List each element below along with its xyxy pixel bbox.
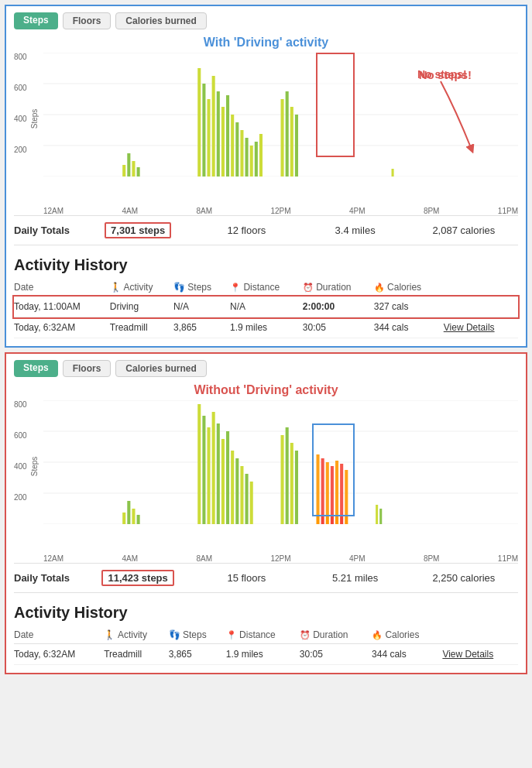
daily-totals-1: Daily Totals 7,301 steps 12 floors 3.4 m… — [14, 215, 518, 245]
chart-title-2: Without 'Driving' activity — [14, 383, 518, 397]
dist-icon-2 — [226, 629, 237, 640]
fire-icon-2 — [372, 629, 383, 640]
walk-icon-2 — [104, 629, 115, 640]
svg-rect-35 — [127, 501, 130, 524]
steps-total-2: 11,423 steps — [84, 570, 192, 586]
th-distance-1: Distance — [230, 279, 303, 297]
svg-rect-62 — [379, 509, 382, 524]
th-date-2: Date — [14, 626, 104, 644]
svg-rect-46 — [235, 458, 239, 524]
tab-bar-2: Steps Floors Calories burned — [14, 360, 518, 377]
th-activity-1: Activity — [110, 279, 173, 297]
th-calories-2: Calories — [372, 626, 442, 644]
svg-rect-47 — [240, 466, 243, 524]
svg-rect-13 — [217, 91, 220, 177]
chart-svg-2 — [43, 400, 518, 524]
svg-rect-8 — [137, 167, 140, 177]
svg-rect-50 — [281, 435, 284, 524]
svg-rect-19 — [245, 138, 249, 177]
svg-rect-51 — [286, 427, 289, 524]
tab-steps-2[interactable]: Steps — [14, 360, 58, 377]
history-table-1: Date Activity Steps Distance Duration — [14, 279, 518, 338]
th-actions-1 — [444, 279, 518, 297]
th-distance-2: Distance — [226, 626, 300, 644]
th-activity-2: Activity — [104, 626, 168, 644]
clock-icon-2 — [300, 629, 311, 640]
svg-rect-22 — [259, 134, 263, 177]
svg-rect-18 — [240, 130, 243, 177]
svg-text:No steps!: No steps! — [417, 68, 467, 81]
th-actions-2 — [442, 626, 518, 644]
history-title-2: Activity History — [14, 604, 518, 622]
table-row: Today, 6:32AM Treadmill 3,865 1.9 miles … — [14, 317, 518, 338]
svg-rect-49 — [250, 482, 253, 524]
history-table-2: Date Activity Steps Distance Duration — [14, 626, 518, 665]
y-axis-2: 800 600 400 200 — [14, 400, 30, 524]
svg-rect-20 — [250, 146, 253, 177]
svg-rect-26 — [295, 115, 298, 177]
svg-rect-17 — [235, 122, 239, 177]
red-highlight-box-1 — [316, 53, 355, 157]
svg-rect-48 — [245, 474, 249, 524]
history-title-1: Activity History — [14, 256, 518, 274]
daily-totals-2: Daily Totals 11,423 steps 15 floors 5.21… — [14, 563, 518, 593]
calories-total-1: 2,087 calories — [410, 225, 518, 236]
tab-steps-1[interactable]: Steps — [14, 12, 58, 29]
th-duration-2: Duration — [300, 626, 372, 644]
svg-rect-14 — [221, 107, 225, 177]
tab-calories-1[interactable]: Calories burned — [115, 12, 206, 29]
steps-icon-2 — [169, 629, 180, 640]
floors-total-2: 15 floors — [192, 572, 300, 584]
svg-rect-25 — [290, 107, 293, 177]
tab-bar-1: Steps Floors Calories burned — [14, 12, 518, 29]
panel-with-driving: Steps Floors Calories burned With 'Drivi… — [5, 5, 527, 348]
totals-label-1: Daily Totals — [14, 225, 84, 236]
svg-rect-38 — [197, 404, 201, 524]
y-axis-1: 800 600 400 200 — [14, 53, 30, 177]
clock-icon-1 — [303, 282, 314, 293]
svg-rect-52 — [290, 443, 293, 524]
table-row: Today, 11:00AM Driving N/A N/A 2:00:00 3… — [14, 297, 518, 317]
arrow-annotation: No steps! — [414, 64, 475, 157]
svg-rect-12 — [212, 76, 215, 177]
svg-rect-5 — [122, 165, 125, 177]
tab-floors-2[interactable]: Floors — [63, 360, 112, 377]
th-calories-1: Calories — [374, 279, 444, 297]
svg-rect-10 — [202, 84, 205, 177]
chart-title-1: With 'Driving' activity — [14, 36, 518, 50]
fire-icon-1 — [374, 282, 385, 293]
svg-rect-41 — [212, 412, 215, 524]
svg-rect-36 — [132, 509, 135, 524]
svg-rect-21 — [255, 142, 258, 177]
steps-total-1: 7,301 steps — [84, 222, 192, 238]
totals-label-2: Daily Totals — [14, 572, 84, 584]
dist-icon-1 — [230, 282, 241, 293]
svg-rect-39 — [202, 416, 205, 524]
svg-rect-9 — [197, 68, 201, 177]
miles-total-2: 5.21 miles — [301, 572, 410, 584]
th-duration-1: Duration — [303, 279, 374, 297]
steps-icon-1 — [173, 282, 185, 293]
svg-rect-27 — [392, 169, 394, 177]
tab-floors-1[interactable]: Floors — [63, 12, 112, 29]
svg-rect-45 — [231, 451, 234, 524]
th-date-1: Date — [14, 279, 110, 297]
floors-total-1: 12 floors — [192, 225, 300, 236]
view-details-1[interactable]: View Details — [444, 317, 518, 338]
th-steps-1: Steps — [173, 279, 230, 297]
svg-rect-40 — [207, 427, 210, 524]
calories-total-2: 2,250 calories — [410, 572, 518, 584]
tab-calories-2[interactable]: Calories burned — [115, 360, 206, 377]
svg-rect-7 — [132, 161, 135, 177]
svg-rect-42 — [217, 423, 220, 524]
svg-rect-44 — [226, 431, 229, 524]
svg-rect-6 — [127, 153, 130, 177]
svg-rect-34 — [122, 513, 125, 524]
svg-rect-15 — [226, 95, 229, 177]
miles-total-1: 3.4 miles — [301, 225, 410, 236]
svg-rect-37 — [137, 515, 140, 524]
svg-rect-16 — [231, 115, 234, 177]
view-details-2[interactable]: View Details — [442, 644, 518, 665]
svg-rect-43 — [221, 439, 225, 524]
svg-rect-23 — [281, 99, 284, 177]
